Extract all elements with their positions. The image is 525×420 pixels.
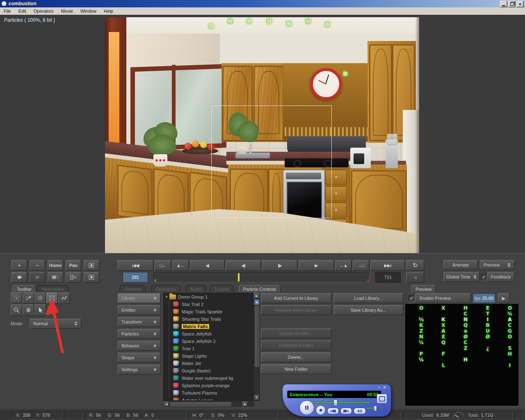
restore-button[interactable] bbox=[508, 1, 516, 7]
stop-button[interactable] bbox=[316, 405, 326, 415]
wand-tool[interactable] bbox=[23, 292, 34, 304]
mute-button[interactable] bbox=[354, 408, 366, 414]
enable-preview-button[interactable]: Enable Preview bbox=[415, 293, 471, 303]
previous-track-button[interactable] bbox=[327, 408, 339, 414]
pause-button[interactable] bbox=[299, 400, 314, 415]
tree-item[interactable]: Gurgle (faster) bbox=[164, 367, 253, 374]
push-up-button[interactable] bbox=[84, 260, 99, 271]
tree-item[interactable]: Star Trail 2 bbox=[164, 301, 253, 308]
animate-button[interactable]: Animate bbox=[443, 260, 478, 270]
category-shape-button[interactable]: Shape bbox=[118, 353, 160, 363]
tab-particle-controls[interactable]: Particle Controls bbox=[239, 285, 281, 292]
player-close-button[interactable]: ✕ bbox=[383, 385, 386, 390]
go-to-end-button[interactable]: ▶▶| bbox=[370, 260, 405, 271]
push-down-button[interactable] bbox=[84, 272, 99, 283]
tab-preview[interactable]: Preview bbox=[411, 285, 436, 292]
seek-slider[interactable] bbox=[308, 402, 369, 403]
scrollbar-thumb[interactable] bbox=[169, 402, 232, 407]
zoom-out-button[interactable]: − bbox=[30, 260, 45, 271]
volume-slider[interactable] bbox=[367, 407, 378, 409]
media-player-overlay[interactable]: – ✕ Evanescence -- You 00:55 bbox=[282, 384, 390, 416]
tab-tracker[interactable]: Tracker bbox=[210, 285, 234, 292]
tree-item[interactable]: Splashes purple-orange bbox=[164, 382, 253, 389]
fps-field[interactable]: fps 25.00 bbox=[472, 293, 495, 303]
home-button[interactable]: Home bbox=[48, 260, 63, 271]
category-particles-button[interactable]: Particles bbox=[118, 329, 160, 339]
set-out-point-button[interactable]: →□ bbox=[353, 260, 369, 271]
pan-hand-tool[interactable] bbox=[23, 304, 34, 316]
next-track-button[interactable] bbox=[340, 408, 352, 414]
playhead[interactable] bbox=[238, 273, 240, 281]
scroll-up-button[interactable]: ▲ bbox=[254, 299, 259, 305]
enable-preview-checkbox[interactable]: ✔ bbox=[409, 295, 415, 301]
pick-arrow-tool[interactable] bbox=[34, 304, 46, 316]
replace-from-library-button[interactable]: Replace from Library bbox=[261, 305, 331, 315]
duplicate-emitter-button[interactable]: Duplicate Emitter bbox=[261, 340, 331, 350]
update-emitter-button[interactable]: Update Emitter... bbox=[261, 329, 331, 338]
tree-item[interactable]: Magic Trails Sparkle bbox=[164, 308, 253, 315]
category-library-button[interactable]: Library bbox=[118, 293, 160, 303]
tab-toolbar[interactable]: Toolbar bbox=[12, 285, 36, 292]
schematic-button[interactable] bbox=[66, 272, 81, 283]
current-frame-field[interactable]: 281 bbox=[123, 272, 148, 283]
audio-scrub-button[interactable]: ◀ bbox=[406, 272, 424, 283]
scroll-down-button[interactable]: ▼ bbox=[254, 395, 259, 400]
composite-canvas[interactable]: LS¾ ¼N R ½E US OSOO SOLDI NØ U DUONNS LU… bbox=[105, 17, 419, 253]
motion-curve-tool[interactable] bbox=[58, 292, 70, 304]
category-transform-button[interactable]: Transform bbox=[118, 317, 160, 327]
tree-expand-button[interactable]: ▶ bbox=[254, 293, 260, 299]
tree-horizontal-scrollbar[interactable]: ◀ ▶ bbox=[163, 401, 254, 406]
category-settings-button[interactable]: Settings bbox=[118, 365, 160, 374]
feedback-button[interactable]: Feedback bbox=[487, 272, 514, 282]
tree-item[interactable]: Space Jellyfish 2 bbox=[164, 338, 253, 345]
tree-item[interactable]: Turbulent Plasma bbox=[164, 389, 253, 397]
step-forward-button[interactable]: |▶ bbox=[262, 260, 297, 271]
play-button[interactable]: ▶ bbox=[299, 260, 334, 271]
tab-audio[interactable]: Audio bbox=[186, 285, 206, 292]
tree-item[interactable]: Shooting Star Trails bbox=[164, 315, 253, 323]
player-minimize-button[interactable]: – bbox=[378, 385, 381, 390]
tree-item[interactable]: Water over submerged lig bbox=[164, 374, 253, 382]
scroll-right-button[interactable]: ▶ bbox=[242, 402, 248, 406]
menu-item-edit[interactable]: Edit bbox=[15, 8, 30, 14]
next-keyframe-button[interactable]: →▲ bbox=[335, 260, 352, 271]
point-emitter-tool[interactable] bbox=[34, 292, 46, 304]
category-emitter-button[interactable]: Emitter bbox=[118, 305, 160, 315]
minimize-button[interactable] bbox=[500, 1, 507, 7]
switch-to-full-mode-button[interactable] bbox=[377, 394, 387, 404]
menu-item-file[interactable]: File bbox=[0, 8, 15, 14]
expander-icon[interactable]: ▼ bbox=[164, 295, 169, 299]
menu-item-movie[interactable]: Movie bbox=[57, 8, 77, 14]
tab-timeline[interactable]: Timeline bbox=[120, 285, 146, 292]
new-folder-button[interactable]: New Folder bbox=[261, 364, 331, 374]
tab-operators[interactable]: Operators bbox=[151, 285, 180, 292]
menu-item-operators[interactable]: Operators bbox=[30, 8, 57, 14]
scrollbar-thumb[interactable] bbox=[254, 305, 260, 368]
preview-advance-button[interactable]: ▶ bbox=[498, 293, 509, 303]
end-frame-field[interactable]: 721 bbox=[375, 272, 401, 283]
prev-keyframe-button[interactable]: ▲← bbox=[172, 260, 189, 271]
tree-item[interactable]: Water Jet bbox=[164, 360, 253, 367]
category-behavior-button[interactable]: Behavior bbox=[118, 341, 160, 351]
go-to-start-button[interactable]: |◀◀ bbox=[117, 260, 153, 271]
zoom-tool[interactable] bbox=[11, 304, 22, 316]
tab-workspace[interactable]: Workspace bbox=[37, 285, 68, 292]
region-emitter-tool[interactable] bbox=[46, 292, 58, 304]
mode-dropdown[interactable]: Normal bbox=[30, 319, 81, 329]
tree-item[interactable]: Stage Lights bbox=[164, 352, 253, 360]
tree-item[interactable]: Tree 1 bbox=[164, 345, 253, 352]
menu-item-window[interactable]: Window bbox=[77, 8, 100, 14]
tree-item[interactable]: ▼Demo Group 1 bbox=[164, 293, 253, 301]
feedback-checkbox[interactable]: ✔ bbox=[481, 274, 487, 280]
close-button[interactable]: × bbox=[516, 1, 524, 7]
scroll-left-button[interactable]: ◀ bbox=[164, 402, 169, 406]
global-time-dropdown[interactable]: Global Time bbox=[443, 272, 479, 282]
emitter-view-tool[interactable] bbox=[11, 292, 22, 304]
delete-button[interactable]: Delete... bbox=[261, 352, 331, 362]
zoom-in-button[interactable]: + bbox=[11, 260, 27, 271]
tree-vertical-scrollbar[interactable]: ▲ ▼ bbox=[254, 299, 260, 401]
step-back-button[interactable]: ◀| bbox=[226, 260, 261, 271]
play-reverse-button[interactable]: ◀ bbox=[190, 260, 224, 271]
save-library-as-button[interactable]: Save Library As... bbox=[333, 305, 403, 315]
back-button[interactable] bbox=[11, 272, 27, 283]
